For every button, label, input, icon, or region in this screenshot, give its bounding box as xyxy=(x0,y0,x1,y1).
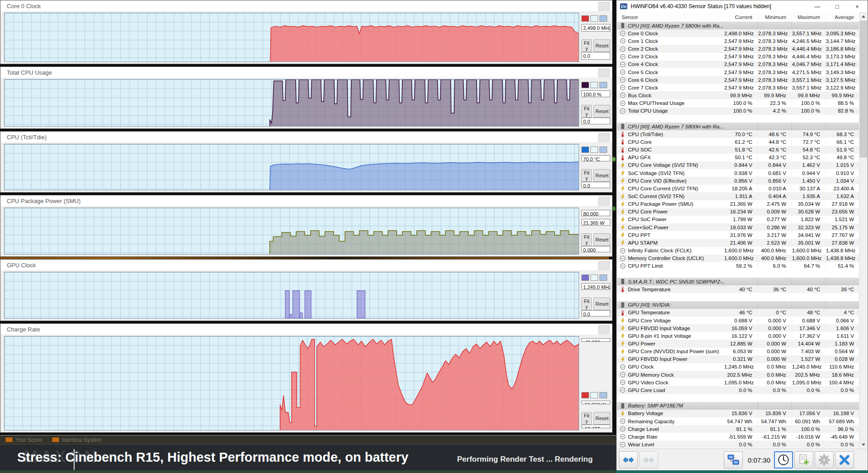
sensor-row[interactable]: Core 4 Clock2,547.9 MHz2,078.3 MHz4,046.… xyxy=(617,61,860,68)
scroll-up-arrow-icon[interactable] xyxy=(859,13,867,20)
sensor-row[interactable]: Charge Rate-51.559 W-61.215 W-16.016 W-4… xyxy=(617,433,860,440)
sensor-section-row[interactable]: S.M.A.R.T.: WDC PC SN530 SDBPNPZ-... xyxy=(617,278,860,285)
close-sensors-button[interactable] xyxy=(835,451,854,468)
sensor-row[interactable]: Bus Clock99.9 MHz99.9 MHz99.9 MHz99.9 MH… xyxy=(617,91,860,99)
sensor-row[interactable]: GPU FBVDD Input Voltage16.059 V0.000 V17… xyxy=(617,324,860,332)
reset-button[interactable]: Reset xyxy=(594,39,610,52)
sensor-section-row[interactable]: CPU [#0]: AMD Ryzen 7 5800H with Ra... xyxy=(617,123,860,130)
settings-button[interactable] xyxy=(815,451,834,468)
panel-close-button[interactable] xyxy=(598,261,610,270)
line-color-swatch[interactable] xyxy=(581,15,589,22)
sensor-row[interactable]: CPU Core VID (Effective)0.856 V0.856 V1.… xyxy=(617,177,860,184)
sensor-row[interactable]: CPU SoC Power1.799 W0.277 W1.822 W1.521 … xyxy=(617,216,860,223)
sensor-row[interactable]: Infinity Fabric Clock (FCLK)1,600.0 MHz4… xyxy=(617,247,860,255)
grid-color-swatch[interactable] xyxy=(599,147,607,153)
sensor-row[interactable]: SoC Current (SVI2 TFN)1.911 A0.404 A1.93… xyxy=(617,192,860,200)
sensor-section-row[interactable]: Battery: SMP AP18E7M xyxy=(617,402,860,410)
reset-button[interactable]: Reset xyxy=(594,105,610,118)
fit-y-button[interactable]: Fit y xyxy=(581,169,592,182)
sensor-row[interactable]: Drive Temperature40 °C36 °C40 °C39 °C xyxy=(617,285,860,293)
reset-button[interactable]: Reset xyxy=(594,298,610,310)
sensor-row[interactable]: Core 5 Clock2,547.9 MHz2,078.3 MHz4,271.… xyxy=(617,68,860,76)
graph-panel-titlebar[interactable]: Charge Rate xyxy=(0,324,612,335)
reset-button[interactable]: Reset xyxy=(594,412,610,425)
line-color-swatch[interactable] xyxy=(581,274,589,281)
sensor-row[interactable]: Core 3 Clock2,547.9 MHz2,078.3 MHz4,446.… xyxy=(617,53,860,61)
sensor-row[interactable]: Core 1 Clock2,547.9 MHz2,078.3 MHz4,246.… xyxy=(617,37,860,45)
scrollbar-thumb[interactable] xyxy=(860,21,867,157)
sensor-row[interactable]: GPU 8-pin #1 Input Voltage16.122 V0.000 … xyxy=(617,332,860,340)
sensor-row[interactable]: CPU Core Voltage (SVI2 TFN)0.844 V0.844 … xyxy=(617,161,860,169)
sensor-row[interactable]: Core 2 Clock2,547.9 MHz2,078.3 MHz4,446.… xyxy=(617,45,860,52)
column-header-sensor[interactable]: Sensor xyxy=(617,14,724,20)
sensor-row[interactable]: GPU Core Voltage0.688 V0.000 V0.688 V0.0… xyxy=(617,317,860,324)
sensor-row[interactable]: CPU PPT31.976 W3.217 W34.941 W27.767 W xyxy=(617,231,860,239)
line-color-swatch[interactable] xyxy=(581,147,589,153)
fit-y-button[interactable]: Fit y xyxy=(581,39,592,52)
sensor-row[interactable]: Charge Level91.1 %91.1 %100.0 %96.0 % xyxy=(617,425,860,433)
minimize-button[interactable]: — xyxy=(807,1,827,12)
scroll-down-arrow-icon[interactable] xyxy=(859,441,867,449)
sensor-row[interactable]: GPU Core Load0.0 %0.0 %0.0 %0.0 % xyxy=(617,386,860,394)
sensor-row[interactable]: CPU Core Current (SVI2 TFN)18.205 A0.010… xyxy=(617,184,860,192)
graph-panel-titlebar[interactable]: CPU (Tctl/Tdie) xyxy=(0,132,612,143)
sensor-row[interactable]: SoC Voltage (SVI2 TFN)0.938 V0.681 V0.94… xyxy=(617,169,860,177)
fit-y-button[interactable]: Fit y xyxy=(581,298,592,310)
close-button[interactable]: × xyxy=(847,1,867,12)
sensor-row[interactable]: CPU (Tctl/Tdie)70.0 °C48.6 °C74.9 °C68.3… xyxy=(617,130,860,138)
grid-color-swatch[interactable] xyxy=(599,15,607,22)
sensor-row[interactable]: GPU Core (NVVDD) Input Power (sum)6.053 … xyxy=(617,348,860,355)
sensor-row[interactable]: CPU PPT Limit59.2 %6.0 %64.7 %51.4 % xyxy=(617,262,860,270)
background-color-swatch[interactable] xyxy=(590,392,598,398)
sensor-row[interactable]: Core 0 Clock2,498.0 MHz2,078.3 MHz3,557.… xyxy=(617,29,860,37)
sensor-row[interactable]: Battery Voltage15.836 V15.836 V17.056 V1… xyxy=(617,410,860,417)
sensor-row[interactable]: Remaining Capacity54.747 Wh54.747 Wh60.0… xyxy=(617,417,860,425)
sensor-row[interactable]: Memory Controller Clock (UCLK)1,600.0 MH… xyxy=(617,255,860,262)
graph-panel-titlebar[interactable]: GPU Clock xyxy=(0,260,612,271)
graph-panel-titlebar[interactable]: CPU Package Power (SMU) xyxy=(0,195,612,207)
hwinfo-titlebar[interactable]: HWiNFO64 v6.40-4330 Sensor Status [170 v… xyxy=(617,0,867,13)
sensor-row[interactable]: GPU Clock1,245.0 MHz0.0 MHz1,245.0 MHz11… xyxy=(617,363,860,371)
background-color-swatch[interactable] xyxy=(590,15,598,22)
fit-y-button[interactable]: Fit y xyxy=(581,105,592,118)
remote-sensor-button[interactable] xyxy=(724,451,743,468)
fit-y-button[interactable]: Fit y xyxy=(581,233,592,246)
background-color-swatch[interactable] xyxy=(590,147,598,153)
sensor-row[interactable]: CPU Package Power (SMU)21.365 W2.475 W35… xyxy=(617,200,860,208)
sensor-section-row[interactable]: CPU [#0]: AMD Ryzen 7 5800H with Ra... xyxy=(617,22,860,29)
graph-panel-titlebar[interactable]: Total CPU Usage xyxy=(0,67,612,78)
reset-button[interactable]: Reset xyxy=(594,169,610,182)
sensor-row[interactable]: Max CPU/Thread Usage100.0 %22.3 %100.0 %… xyxy=(617,99,860,107)
sensor-row[interactable]: GPU FBVDD Input Power0.321 W0.000 W1.527… xyxy=(617,355,860,363)
sensor-row[interactable]: APU STAPM21.406 W2.523 W35.001 W27.838 W xyxy=(617,239,860,246)
panel-close-button[interactable] xyxy=(598,2,610,11)
graph-panel-titlebar[interactable]: Core 0 Clock xyxy=(0,0,612,12)
sensor-row[interactable]: Wear Level0.0 %0.0 %0.0 %0.0 % xyxy=(617,440,860,448)
sensor-row[interactable]: Core+SoC Power18.033 W0.286 W32.323 W25.… xyxy=(617,223,860,231)
nav-arrows-button[interactable] xyxy=(619,451,638,468)
panel-close-button[interactable] xyxy=(598,197,610,206)
background-color-swatch[interactable] xyxy=(590,274,598,281)
sensor-row[interactable]: GPU Memory Clock202.5 MHz0.0 MHz202.5 MH… xyxy=(617,371,860,378)
line-color-swatch[interactable] xyxy=(581,392,589,398)
grid-color-swatch[interactable] xyxy=(599,274,607,281)
background-color-swatch[interactable] xyxy=(590,82,598,88)
grid-color-swatch[interactable] xyxy=(599,82,607,88)
panel-close-button[interactable] xyxy=(598,325,610,334)
reset-button[interactable]: Reset xyxy=(594,233,610,246)
sensor-row[interactable]: CPU Core61.2 °C44.8 °C72.7 °C66.1 °C xyxy=(617,138,860,146)
line-color-swatch[interactable] xyxy=(581,82,589,88)
sensor-row[interactable]: Total CPU Usage100.0 %4.2 %100.0 %82.8 % xyxy=(617,107,860,115)
report-button[interactable] xyxy=(794,451,813,468)
fit-y-button[interactable]: Fit y xyxy=(581,412,592,425)
table-scrollbar[interactable] xyxy=(859,13,867,468)
sensor-row[interactable]: GPU Power12.885 W0.000 W14.404 W1.183 W xyxy=(617,340,860,347)
panel-close-button[interactable] xyxy=(598,133,610,142)
logging-clock-button[interactable] xyxy=(774,451,793,468)
sensor-row[interactable]: CPU Core Power16.234 W0.009 W30.628 W23.… xyxy=(617,208,860,216)
sensor-row[interactable]: Core 7 Clock2,547.9 MHz2,078.3 MHz3,557.… xyxy=(617,84,860,91)
maximize-button[interactable]: □ xyxy=(827,1,847,12)
column-header-maximum[interactable]: Maximum xyxy=(792,14,826,20)
grid-color-swatch[interactable] xyxy=(599,392,607,398)
sensor-row[interactable]: Core 6 Clock2,547.9 MHz2,078.3 MHz3,557.… xyxy=(617,76,860,84)
